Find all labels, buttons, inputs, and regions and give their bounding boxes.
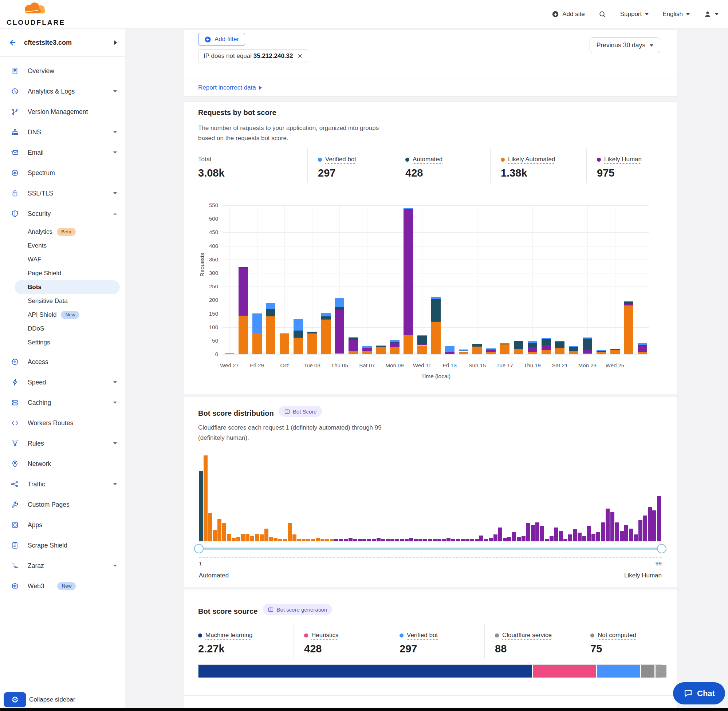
shield-icon — [11, 210, 19, 218]
support-menu[interactable]: Support — [620, 10, 649, 18]
sidebar-item-spectrum[interactable]: Spectrum — [0, 163, 125, 183]
sidebar-item-zaraz[interactable]: Zaraz — [0, 556, 125, 576]
chevron-down-icon — [686, 13, 690, 15]
chevron-down-icon — [113, 443, 117, 444]
sidebar-subitem-label: DDoS — [28, 325, 44, 332]
chevron-up-icon — [113, 212, 117, 215]
sidebar-subitem-api-shield[interactable]: API ShieldNew — [0, 308, 125, 322]
gear-icon: ⚙ — [11, 695, 19, 705]
filter-chip[interactable]: IP does not equal 35.212.240.32 ✕ — [198, 49, 308, 63]
add-site-button[interactable]: Add site — [552, 10, 585, 18]
bar-segment-verified-bot — [362, 346, 372, 348]
histogram-bar — [489, 538, 493, 541]
histogram-bar — [554, 528, 558, 541]
bar-segment-automated — [500, 344, 509, 345]
gridline — [223, 205, 649, 206]
sidebar-item-speed[interactable]: Speed — [0, 372, 125, 392]
bar-segment-likely-automated — [335, 353, 344, 354]
sidebar-subitem-events[interactable]: Events — [0, 239, 125, 253]
sidebar-item-label: Web3 — [28, 583, 44, 590]
search-button[interactable] — [599, 10, 606, 18]
sidebar-item-scrape-shield[interactable]: Scrape Shield — [0, 535, 125, 556]
histogram-bar — [278, 539, 282, 541]
sidebar-item-network[interactable]: Network — [0, 454, 125, 474]
sidebar-item-label: SSL/TLS — [28, 190, 53, 197]
bar-segment-likely-automated — [445, 354, 455, 355]
slider-handle-max[interactable] — [657, 544, 666, 553]
sidebar-subitem-settings[interactable]: Settings — [0, 336, 125, 350]
sidebar-subitem-waf[interactable]: WAF — [0, 253, 125, 267]
bar-segment-likely-human — [624, 304, 633, 305]
date-range-dropdown[interactable]: Previous 30 days — [590, 37, 660, 53]
stat-label: Cloudflare service — [502, 631, 552, 639]
histogram-bar — [596, 532, 600, 541]
sidebar-subitem-sensitive-data[interactable]: Sensitive Data — [0, 294, 125, 308]
slider-handle-min[interactable] — [194, 544, 204, 553]
score-range-slider[interactable] — [199, 547, 662, 550]
bot-score-source-card: Bot score sourceBot score generation Mac… — [184, 589, 677, 711]
sidebar-item-workers-routes[interactable]: Workers Routes — [0, 413, 125, 433]
sidebar-subitem-ddos[interactable]: DDoS — [0, 322, 125, 336]
sidebar-subitem-bots[interactable]: Bots — [15, 280, 120, 294]
spectrum-icon — [11, 169, 19, 177]
account-menu[interactable] — [704, 10, 719, 18]
bar-segment-verified-bot — [445, 346, 455, 352]
collapse-sidebar[interactable]: ⚙ Collapse sidebar — [4, 692, 75, 707]
histogram-bar — [241, 534, 245, 541]
report-incorrect-data-link[interactable]: Report incorrect data — [198, 84, 262, 91]
bar-segment-likely-automated — [417, 345, 427, 355]
sidebar-subitem-analytics[interactable]: AnalyticsBeta — [0, 225, 125, 239]
sidebar-item-dns[interactable]: DNS — [0, 122, 125, 142]
bot-score-histogram — [184, 397, 677, 587]
chat-button[interactable]: Chat — [673, 682, 725, 704]
server-icon — [11, 399, 19, 407]
sidebar-item-web3[interactable]: Web3New — [0, 576, 125, 596]
sidebar-item-rules[interactable]: Rules — [0, 433, 125, 454]
sidebar-item-security[interactable]: Security — [0, 204, 125, 224]
histogram-bar — [367, 539, 371, 541]
sidebar-item-label: Email — [28, 149, 44, 156]
sidebar-item-version-management[interactable]: Version Management — [0, 102, 125, 122]
histogram-bar — [493, 534, 498, 541]
histogram-bar — [507, 537, 511, 541]
histogram-bar — [381, 539, 385, 541]
sidebar-item-caching[interactable]: Caching — [0, 392, 125, 413]
language-menu[interactable]: English — [663, 10, 690, 18]
sidebar-item-access[interactable]: Access — [0, 352, 125, 372]
add-filter-button[interactable]: Add filter — [198, 33, 245, 46]
histogram-bar — [232, 538, 236, 541]
sidebar-item-label: Access — [28, 358, 48, 366]
sidebar-item-traffic[interactable]: Traffic — [0, 474, 125, 494]
bot-score-generation-badge[interactable]: Bot score generation — [263, 604, 332, 615]
sidebar-item-custom-pages[interactable]: Custom Pages — [0, 494, 125, 515]
sidebar-item-apps[interactable]: Apps — [0, 515, 125, 535]
bar-segment-likely-automated — [610, 350, 620, 354]
histogram-bar — [652, 510, 656, 541]
clipboard-icon — [11, 67, 19, 75]
bar-segment-verified-bot — [376, 345, 386, 346]
sidebar-subitem-label: Sensitive Data — [28, 298, 68, 305]
bar-segment-automated — [348, 338, 358, 340]
settings-gear-button[interactable]: ⚙ — [4, 692, 26, 707]
stat-label: Verified bot — [407, 631, 438, 639]
chevron-down-icon — [113, 483, 117, 485]
sidebar-item-label: Scrape Shield — [28, 542, 67, 549]
histogram-bar — [316, 538, 320, 541]
bar-segment-likely-human — [321, 319, 331, 320]
bar-segment-likely-automated — [294, 338, 303, 354]
sidebar-item-email[interactable]: Email — [0, 142, 125, 163]
histogram-bar — [470, 539, 474, 541]
sidebar-item-analytics-logs[interactable]: Analytics & Logs — [0, 81, 125, 102]
sidebar-item-overview[interactable]: Overview — [0, 61, 125, 81]
sidebar-subitem-page-shield[interactable]: Page Shield — [0, 267, 125, 280]
sidebar-item-ssl-tls[interactable]: SSL/TLS — [0, 183, 125, 204]
histogram-bar — [451, 539, 455, 541]
likely-human-end-label: Likely Human — [199, 572, 662, 579]
back-arrow-icon[interactable] — [8, 38, 17, 47]
histogram-bar — [400, 539, 404, 541]
cloudflare-logo[interactable]: CLOUDFLARE — [7, 1, 61, 27]
remove-filter-icon[interactable]: ✕ — [297, 52, 302, 60]
bot-score-distribution-card: Bot score distributionBot Score Cloudfla… — [184, 396, 677, 587]
chevron-down-icon — [113, 90, 117, 93]
chevron-right-icon[interactable] — [114, 40, 117, 45]
